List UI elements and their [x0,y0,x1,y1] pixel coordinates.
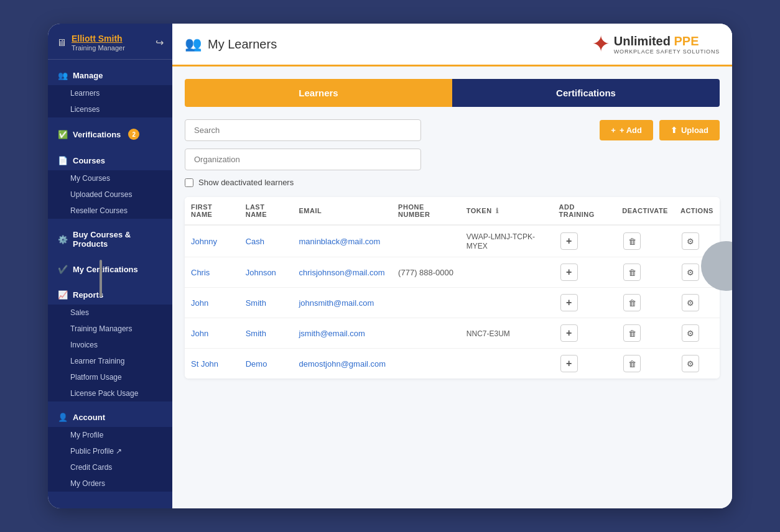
deactivate-btn-2[interactable]: 🗑 [623,294,641,311]
courses-sub-items: My Courses Uploaded Courses Reseller Cou… [48,170,172,219]
cell-actions-3: ⚙ [674,318,720,349]
add-training-btn-4[interactable]: + [560,355,578,372]
sidebar-scrollbar[interactable] [100,260,102,297]
org-input[interactable] [185,149,421,170]
sidebar-item-certifications[interactable]: ✔️ My Certifications [48,260,172,279]
add-button[interactable]: + + Add [600,120,653,140]
cell-last-name-3: Smith [239,318,293,349]
sidebar-item-buy-courses[interactable]: ⚙️ Buy Courses & Products [48,225,172,254]
cell-deactivate-1: 🗑 [616,257,674,288]
table-row: St John Demo demostjohn@gmail.com + 🗑 ⚙ [185,349,720,379]
sidebar-item-my-courses[interactable]: My Courses [48,170,172,186]
cell-last-name-0: Cash [239,225,293,257]
cell-email-2: johnsmith@mail.com [292,288,392,318]
table-header: FIRST NAME LAST NAME EMAIL PHONE NUMBER … [185,197,720,225]
cell-email-3: jsmith@email.com [292,318,392,349]
table-body: Johnny Cash maninblack@mail.com VWAP-LMN… [185,225,720,378]
page-title: My Learners [208,37,277,52]
cell-token-1 [460,257,553,288]
sidebar-section-courses: 📄 Courses My Courses Uploaded Courses Re… [48,145,172,219]
sidebar-user-role: Training Manager [72,44,125,52]
cell-email-4: demostjohn@gmail.com [292,349,392,379]
sidebar-item-credit-cards[interactable]: Credit Cards [48,459,172,475]
sidebar-user-name[interactable]: Elliott Smith [72,34,125,44]
sidebar-item-licenses[interactable]: Licenses [48,101,172,117]
sidebar-item-uploaded-courses[interactable]: Uploaded Courses [48,186,172,203]
cell-deactivate-0: 🗑 [616,225,674,257]
deactivate-btn-4[interactable]: 🗑 [623,355,641,372]
verifications-badge: 2 [128,129,139,140]
sidebar-item-learners[interactable]: Learners [48,85,172,101]
cell-actions-2: ⚙ [674,288,720,318]
verifications-label: Verifications [73,130,121,139]
brand-tagline: WORKPLACE SAFETY SOLUTIONS [614,48,720,55]
sidebar-item-my-profile[interactable]: My Profile [48,427,172,443]
deactivate-btn-0[interactable]: 🗑 [623,232,641,250]
cell-email-1: chrisjohnson@mail.com [292,257,392,288]
manage-label: Manage [73,71,103,80]
manage-icon: 👥 [58,71,68,80]
add-training-btn-3[interactable]: + [560,324,578,342]
verifications-icon: ✅ [58,130,68,139]
certifications-icon: ✔️ [58,265,68,274]
settings-btn-2[interactable]: ⚙ [682,294,699,311]
sidebar-item-public-profile[interactable]: Public Profile ↗ [48,443,172,459]
table-row: Chris Johnson chrisjohnson@mail.com (777… [185,257,720,288]
tab-learners[interactable]: Learners [185,79,452,107]
sidebar-item-platform-usage[interactable]: Platform Usage [48,369,172,385]
sidebar-item-manage[interactable]: 👥 Manage [48,66,172,85]
settings-btn-0[interactable]: ⚙ [682,232,699,250]
sidebar-item-account[interactable]: 👤 Account [48,408,172,427]
cell-add-training-1: + [553,257,616,288]
account-label: Account [73,413,105,422]
sidebar-section-account: 👤 Account My Profile Public Profile ↗ Cr… [48,401,172,492]
sidebar-item-license-pack-usage[interactable]: License Pack Usage [48,385,172,401]
add-training-btn-2[interactable]: + [560,294,578,311]
sidebar-item-verifications[interactable]: ✅ Verifications 2 [48,124,172,145]
search-input[interactable] [185,119,421,141]
sidebar-item-my-orders[interactable]: My Orders [48,475,172,492]
account-sub-items: My Profile Public Profile ↗ Credit Cards… [48,427,172,492]
sidebar-item-invoices[interactable]: Invoices [48,337,172,353]
brand-name: Unlimited PPE [614,34,699,48]
upload-button[interactable]: ⬆ Upload [659,120,720,140]
cell-last-name-4: Demo [239,349,293,379]
sidebar-item-sales[interactable]: Sales [48,305,172,321]
filters-row: + + Add ⬆ Upload [185,119,720,141]
cell-last-name-2: Smith [239,288,293,318]
settings-btn-1[interactable]: ⚙ [682,264,699,281]
cell-add-training-0: + [553,225,616,257]
token-info-icon[interactable]: ℹ [496,207,499,214]
sidebar-item-reseller-courses[interactable]: Reseller Courses [48,203,172,219]
courses-icon: 📄 [58,156,68,165]
show-deactivated-label: Show deactivated learners [198,178,294,187]
sidebar-item-learner-training[interactable]: Learner Training [48,353,172,369]
deactivate-btn-3[interactable]: 🗑 [623,324,641,342]
col-token: TOKEN ℹ [460,197,553,225]
add-icon: + [611,126,616,135]
cell-first-name-4: St John [185,349,239,379]
col-add-training: ADD TRAINING [553,197,616,225]
cell-add-training-3: + [553,318,616,349]
sidebar-item-training-managers[interactable]: Training Managers [48,321,172,337]
logout-icon[interactable]: ↪ [156,37,164,48]
settings-btn-4[interactable]: ⚙ [682,355,699,372]
col-last-name: LAST NAME [239,197,293,225]
cell-phone-2 [392,288,460,318]
cell-deactivate-3: 🗑 [616,318,674,349]
sidebar-item-courses[interactable]: 📄 Courses [48,151,172,170]
col-phone: PHONE NUMBER [392,197,460,225]
tab-certifications[interactable]: Certifications [452,79,720,107]
settings-btn-3[interactable]: ⚙ [682,324,699,342]
add-training-btn-1[interactable]: + [560,264,578,281]
deactivate-btn-1[interactable]: 🗑 [623,264,641,281]
cell-add-training-4: + [553,349,616,379]
courses-label: Courses [73,156,105,165]
show-deactivated-checkbox[interactable] [185,178,193,187]
reports-label: Reports [73,290,103,300]
top-bar: 👥 My Learners ✦ Unlimited PPE WORKPLACE … [172,24,732,66]
add-training-btn-0[interactable]: + [560,232,578,250]
sidebar-item-reports[interactable]: 📈 Reports [48,285,172,305]
col-deactivate: DEACTIVATE [616,197,674,225]
monitor-icon: 🖥 [57,37,67,48]
